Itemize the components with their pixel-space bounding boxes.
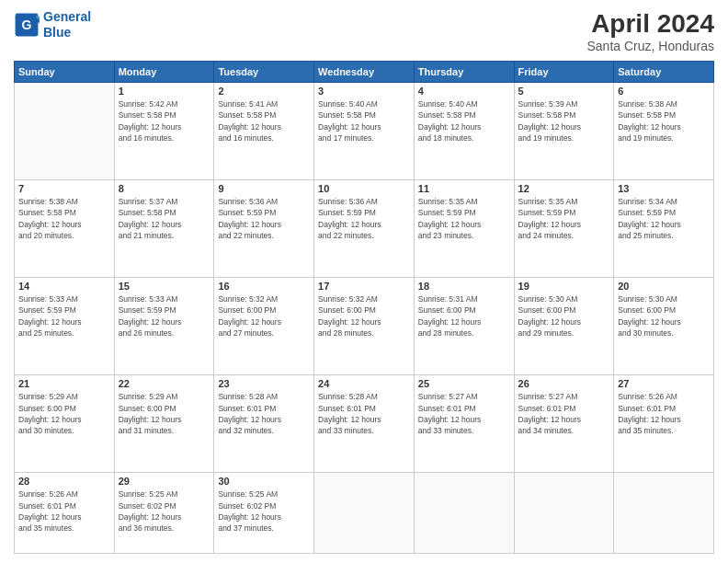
calendar-header-friday: Friday [514,62,614,83]
calendar-cell: 12Sunrise: 5:35 AMSunset: 5:59 PMDayligh… [514,180,614,278]
day-info: Sunrise: 5:25 AMSunset: 6:02 PMDaylight:… [119,488,210,534]
calendar-cell: 26Sunrise: 5:27 AMSunset: 6:01 PMDayligh… [514,375,614,473]
day-info: Sunrise: 5:35 AMSunset: 5:59 PMDaylight:… [418,196,510,241]
day-number: 6 [618,86,710,97]
day-info: Sunrise: 5:36 AMSunset: 5:59 PMDaylight:… [318,196,410,241]
calendar-cell: 5Sunrise: 5:39 AMSunset: 5:58 PMDaylight… [514,83,614,180]
day-info: Sunrise: 5:36 AMSunset: 5:59 PMDaylight:… [218,196,310,241]
title-block: April 2024 Santa Cruz, Honduras [586,9,714,53]
calendar-cell: 15Sunrise: 5:33 AMSunset: 5:59 PMDayligh… [114,278,214,375]
calendar-cell: 14Sunrise: 5:33 AMSunset: 5:59 PMDayligh… [15,278,115,375]
day-info: Sunrise: 5:35 AMSunset: 5:59 PMDaylight:… [518,196,610,241]
day-info: Sunrise: 5:32 AMSunset: 6:00 PMDaylight:… [318,293,410,339]
calendar-cell: 2Sunrise: 5:41 AMSunset: 5:58 PMDaylight… [214,83,314,180]
day-number: 15 [119,281,210,292]
logo-line2: Blue [43,25,71,40]
day-info: Sunrise: 5:27 AMSunset: 6:01 PMDaylight:… [418,391,510,436]
calendar-header-sunday: Sunday [15,62,115,83]
day-number: 9 [218,183,310,194]
calendar-cell: 10Sunrise: 5:36 AMSunset: 5:59 PMDayligh… [314,180,415,278]
page: G General Blue April 2024 Santa Cruz, Ho… [0,0,728,563]
day-number: 23 [218,378,310,389]
calendar-cell [314,473,415,554]
calendar-cell [414,473,514,554]
day-number: 11 [418,183,510,194]
day-number: 16 [218,281,310,292]
calendar-cell: 9Sunrise: 5:36 AMSunset: 5:59 PMDaylight… [214,180,314,278]
calendar-cell: 6Sunrise: 5:38 AMSunset: 5:58 PMDaylight… [614,83,714,180]
day-number: 20 [618,281,710,292]
day-info: Sunrise: 5:32 AMSunset: 6:00 PMDaylight:… [218,293,310,339]
day-info: Sunrise: 5:26 AMSunset: 6:01 PMDaylight:… [618,391,710,436]
header: G General Blue April 2024 Santa Cruz, Ho… [14,9,714,53]
calendar-cell: 25Sunrise: 5:27 AMSunset: 6:01 PMDayligh… [414,375,514,473]
calendar-header-wednesday: Wednesday [314,62,415,83]
day-number: 17 [318,281,410,292]
day-number: 10 [318,183,410,194]
day-info: Sunrise: 5:28 AMSunset: 6:01 PMDaylight:… [218,391,310,436]
calendar-header-thursday: Thursday [414,62,514,83]
calendar-cell: 13Sunrise: 5:34 AMSunset: 5:59 PMDayligh… [614,180,714,278]
logo: G General Blue [14,9,91,40]
day-info: Sunrise: 5:38 AMSunset: 5:58 PMDaylight:… [18,196,110,241]
day-number: 12 [518,183,610,194]
day-number: 24 [318,378,410,389]
day-info: Sunrise: 5:30 AMSunset: 6:00 PMDaylight:… [518,293,610,339]
calendar-cell: 21Sunrise: 5:29 AMSunset: 6:00 PMDayligh… [15,375,115,473]
day-info: Sunrise: 5:34 AMSunset: 5:59 PMDaylight:… [618,196,710,241]
day-number: 25 [418,378,510,389]
day-info: Sunrise: 5:26 AMSunset: 6:01 PMDaylight:… [18,488,110,534]
calendar-cell: 4Sunrise: 5:40 AMSunset: 5:58 PMDaylight… [414,83,514,180]
calendar-cell: 28Sunrise: 5:26 AMSunset: 6:01 PMDayligh… [15,473,115,554]
calendar-cell: 18Sunrise: 5:31 AMSunset: 6:00 PMDayligh… [414,278,514,375]
calendar-cell: 16Sunrise: 5:32 AMSunset: 6:00 PMDayligh… [214,278,314,375]
day-number: 22 [119,378,210,389]
day-info: Sunrise: 5:29 AMSunset: 6:00 PMDaylight:… [18,391,110,436]
calendar-cell: 19Sunrise: 5:30 AMSunset: 6:00 PMDayligh… [514,278,614,375]
calendar-header-saturday: Saturday [614,62,714,83]
calendar-cell [614,473,714,554]
logo-text: General Blue [43,9,91,40]
day-info: Sunrise: 5:42 AMSunset: 5:58 PMDaylight:… [119,98,210,144]
calendar-header-tuesday: Tuesday [214,62,314,83]
calendar-cell: 22Sunrise: 5:29 AMSunset: 6:00 PMDayligh… [114,375,214,473]
day-number: 19 [518,281,610,292]
day-info: Sunrise: 5:27 AMSunset: 6:01 PMDaylight:… [518,391,610,436]
day-number: 21 [18,378,110,389]
day-number: 14 [18,281,110,292]
calendar-cell: 17Sunrise: 5:32 AMSunset: 6:00 PMDayligh… [314,278,415,375]
day-number: 28 [18,476,110,487]
day-info: Sunrise: 5:33 AMSunset: 5:59 PMDaylight:… [18,293,110,339]
calendar-cell: 1Sunrise: 5:42 AMSunset: 5:58 PMDaylight… [114,83,214,180]
day-number: 30 [218,476,310,487]
calendar-cell [15,83,115,180]
day-number: 26 [518,378,610,389]
day-info: Sunrise: 5:38 AMSunset: 5:58 PMDaylight:… [618,98,710,144]
calendar-header-monday: Monday [114,62,214,83]
calendar-cell: 8Sunrise: 5:37 AMSunset: 5:58 PMDaylight… [114,180,214,278]
day-info: Sunrise: 5:28 AMSunset: 6:01 PMDaylight:… [318,391,410,436]
calendar-cell: 29Sunrise: 5:25 AMSunset: 6:02 PMDayligh… [114,473,214,554]
day-info: Sunrise: 5:40 AMSunset: 5:58 PMDaylight:… [418,98,510,144]
calendar-cell [514,473,614,554]
day-number: 2 [218,86,310,97]
day-info: Sunrise: 5:29 AMSunset: 6:00 PMDaylight:… [119,391,210,436]
day-number: 1 [119,86,210,97]
day-info: Sunrise: 5:40 AMSunset: 5:58 PMDaylight:… [318,98,410,144]
day-number: 3 [318,86,410,97]
calendar-table: SundayMondayTuesdayWednesdayThursdayFrid… [14,61,714,554]
day-number: 13 [618,183,710,194]
day-info: Sunrise: 5:25 AMSunset: 6:02 PMDaylight:… [218,488,310,534]
calendar-cell: 24Sunrise: 5:28 AMSunset: 6:01 PMDayligh… [314,375,415,473]
day-info: Sunrise: 5:37 AMSunset: 5:58 PMDaylight:… [119,196,210,241]
calendar-cell: 23Sunrise: 5:28 AMSunset: 6:01 PMDayligh… [214,375,314,473]
calendar-cell: 20Sunrise: 5:30 AMSunset: 6:00 PMDayligh… [614,278,714,375]
calendar-cell: 3Sunrise: 5:40 AMSunset: 5:58 PMDaylight… [314,83,415,180]
day-info: Sunrise: 5:30 AMSunset: 6:00 PMDaylight:… [618,293,710,339]
day-number: 5 [518,86,610,97]
calendar-header-row: SundayMondayTuesdayWednesdayThursdayFrid… [15,62,714,83]
day-number: 8 [119,183,210,194]
day-number: 27 [618,378,710,389]
day-info: Sunrise: 5:39 AMSunset: 5:58 PMDaylight:… [518,98,610,144]
logo-line1: General [43,9,91,24]
